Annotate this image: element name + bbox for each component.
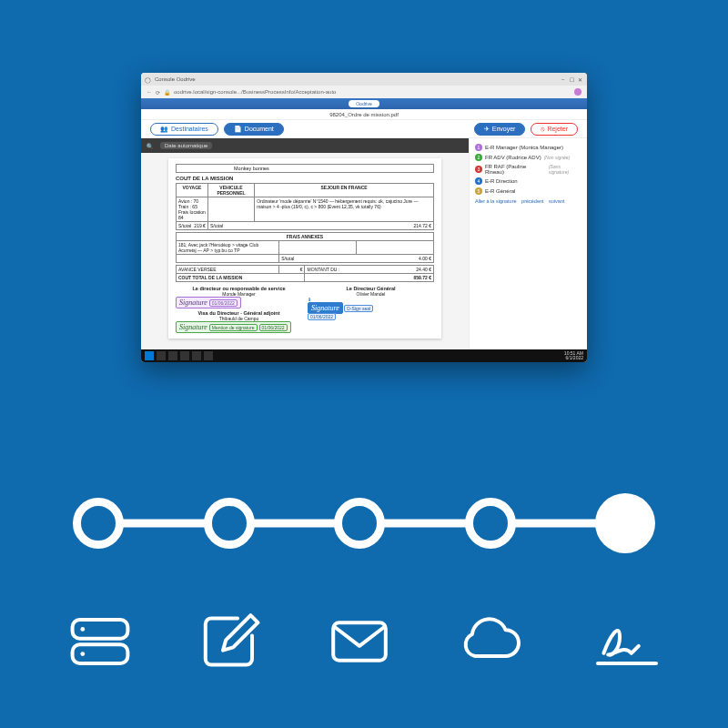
server-icon xyxy=(64,605,136,678)
minimize-icon[interactable]: – xyxy=(561,76,567,82)
next-link[interactable]: suivant xyxy=(549,198,564,204)
signature-right: Le Directeur Général Olivier Mandel ⬇ Si… xyxy=(308,286,434,333)
mention-pill: Mention de signature xyxy=(209,324,258,331)
cout-total-label: COUT TOTAL DE LA MISSION xyxy=(177,274,305,282)
recipient-item[interactable]: 1E-R Manager (Monica Manager) xyxy=(475,144,581,151)
vehicule-cell xyxy=(207,197,254,222)
prev-link[interactable]: précédent xyxy=(521,198,543,204)
document-viewer[interactable]: 🔍 Date automatique Monkey bonnes COUT DE… xyxy=(141,138,469,349)
people-icon: 👥 xyxy=(160,126,168,133)
start-button[interactable] xyxy=(145,351,154,360)
col-sejour: SEJOUR EN FRANCE xyxy=(255,184,434,197)
recipient-status: (Non signée) xyxy=(544,155,571,160)
task-icon[interactable] xyxy=(168,351,177,360)
recipient-badge: 4 xyxy=(475,177,482,185)
voyage-cell: Avion : 70 Train : 65 Frais location 84 xyxy=(177,197,208,222)
recipient-badge: 1 xyxy=(475,144,482,151)
goto-signature-link[interactable]: Aller à la signature xyxy=(475,198,517,204)
step-node-3 xyxy=(334,498,385,549)
step-node-5-active xyxy=(595,493,655,553)
recipient-label: E-R Manager (Monica Manager) xyxy=(485,145,563,150)
recipient-status: (Sans signature) xyxy=(549,164,581,175)
window-controls[interactable]: – ☐ ✕ xyxy=(561,76,583,82)
envoyer-button[interactable]: ✈ Envoyer xyxy=(474,123,526,136)
back-icon[interactable]: ← xyxy=(147,89,152,95)
mode-badge[interactable]: Date automatique xyxy=(160,142,212,149)
stotal-right: S/total 214.72 € xyxy=(207,222,433,230)
mail-icon xyxy=(323,605,396,678)
destinataires-label: Destinataires xyxy=(171,126,208,132)
frais-cell: 181; Avec jack l'Hérudéop > vitage Club … xyxy=(177,241,279,255)
frais-stotal: S/total 4.00 € xyxy=(279,255,434,263)
progress-steps xyxy=(73,491,655,555)
app-body: 🔍 Date automatique Monkey bonnes COUT DE… xyxy=(141,138,587,349)
signature-box-green[interactable]: Signature Mention de signature 01/06/202… xyxy=(176,321,291,333)
document-title: 98204_Ordre de mission.pdf xyxy=(329,112,399,117)
date-pill: 01/06/2022 xyxy=(209,299,238,307)
form-field: Monkey bonnes xyxy=(176,164,434,173)
recipient-item[interactable]: 4E-R Direction xyxy=(475,177,581,185)
stamp-pill: D-Sign seal xyxy=(344,305,373,312)
toolbar: 👥 Destinataires 📄 Document ✈ Envoyer ⦸ R… xyxy=(141,120,587,138)
signature-script: Signature xyxy=(179,323,207,331)
clock[interactable]: 10:51 AM 6/1/2022 xyxy=(564,351,583,361)
brand-chip: Oodrive xyxy=(349,100,379,107)
recipient-label: E-R Direction xyxy=(485,178,518,184)
cloud-icon xyxy=(453,605,526,678)
task-icon[interactable] xyxy=(192,351,201,360)
rejeter-button[interactable]: ⦸ Rejeter xyxy=(531,123,578,136)
signature-script: Signature xyxy=(311,304,339,312)
window-icon: ◯ xyxy=(145,76,151,83)
reload-icon[interactable]: ⟳ xyxy=(156,89,160,96)
destinataires-tab[interactable]: 👥 Destinataires xyxy=(150,123,218,136)
profile-avatar[interactable] xyxy=(574,88,581,96)
document-page: Monkey bonnes COUT DE LA MISSION VOYAGE … xyxy=(168,158,441,339)
col-voyage: VOYAGE xyxy=(177,184,208,197)
step-node-2 xyxy=(204,498,255,549)
browser-window: ◯ Console Oodrive – ☐ ✕ ← ⟳ 🔒 oodrive.lo… xyxy=(141,73,587,362)
recipient-badge: 2 xyxy=(475,154,482,161)
edit-icon xyxy=(194,605,267,678)
tab-title: Console Oodrive xyxy=(155,76,196,82)
step-icons-row xyxy=(64,601,664,682)
document-title-bar: 98204_Ordre de mission.pdf xyxy=(141,109,587,120)
recipient-item[interactable]: 2FR ADV (Rodrice ADV)(Non signée) xyxy=(475,154,581,161)
task-icon[interactable] xyxy=(157,351,166,360)
frais-heading: FRAIS ANNEXES xyxy=(177,233,434,241)
task-icon[interactable] xyxy=(204,351,213,360)
reject-icon: ⦸ xyxy=(541,126,544,133)
send-icon: ✈ xyxy=(484,126,490,133)
windows-taskbar[interactable]: 10:51 AM 6/1/2022 xyxy=(141,349,587,362)
montant-label: MONTANT DU : 24.40 € xyxy=(305,266,434,274)
document-tab[interactable]: 📄 Document xyxy=(224,123,284,136)
task-icon[interactable] xyxy=(180,351,189,360)
step-node-4 xyxy=(465,498,516,549)
lock-icon: 🔒 xyxy=(164,89,170,96)
step-node-1 xyxy=(73,498,124,549)
close-icon[interactable]: ✕ xyxy=(578,76,583,82)
signature-icon xyxy=(582,605,664,678)
field-value: Monkey bonnes xyxy=(234,166,269,171)
browser-titlebar: ◯ Console Oodrive – ☐ ✕ xyxy=(141,73,587,86)
totals-table: AVANCE VERSEE € MONTANT DU : 24.40 € COU… xyxy=(176,265,434,282)
signature-script: Signature xyxy=(179,298,207,307)
doc-icon: 📄 xyxy=(234,126,242,133)
sejour-cell: Ordinateur 'mode dépanne' N°1540 — héber… xyxy=(255,197,434,222)
svg-point-3 xyxy=(80,652,85,656)
search-icon[interactable]: 🔍 xyxy=(147,143,153,149)
date-pill: 01/06/2022 xyxy=(308,313,336,320)
signature-box-purple[interactable]: Signature 01/06/2022 xyxy=(176,297,241,308)
signature-row: Le directeur ou responsable de service M… xyxy=(176,286,434,333)
recipient-item[interactable]: 3FR RAF (Pauline Rineau)(Sans signature) xyxy=(475,164,581,175)
recipient-badge: 5 xyxy=(475,187,482,195)
stotal-left: S/total 219 € xyxy=(177,222,208,230)
recipient-label: FR RAF (Pauline Rineau) xyxy=(485,164,546,175)
browser-address-bar[interactable]: ← ⟳ 🔒 oodrive.local/sign-console.../Busi… xyxy=(141,86,587,98)
maximize-icon[interactable]: ☐ xyxy=(570,76,575,82)
recipient-item[interactable]: 5E-R Général xyxy=(475,187,581,195)
signature-left: Le directeur ou responsable de service M… xyxy=(176,286,302,333)
side-actions: Aller à la signature précédent suivant xyxy=(475,198,581,204)
recipients-panel: 1E-R Manager (Monica Manager)2FR ADV (Ro… xyxy=(469,138,587,349)
rejeter-label: Rejeter xyxy=(547,126,568,132)
recipient-badge: 3 xyxy=(475,166,482,173)
